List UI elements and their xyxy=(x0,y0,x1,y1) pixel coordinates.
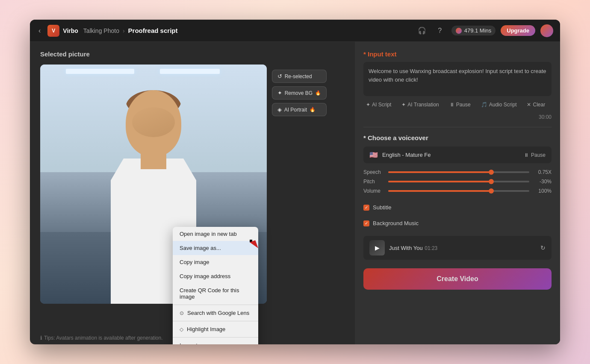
voiceover-asterisk: * xyxy=(363,134,366,141)
tips-icon: ℹ xyxy=(40,335,42,341)
fire-badge-1: 🔥 xyxy=(315,90,321,96)
volume-slider-row: Volume 100% xyxy=(363,188,552,194)
context-open-new-tab-label: Open image in new tab xyxy=(180,231,237,237)
ai-script-button[interactable]: ✦ AI Script xyxy=(363,100,394,109)
person-face-shadow xyxy=(132,107,175,137)
context-separator-3 xyxy=(173,337,258,338)
upgrade-button[interactable]: Upgrade xyxy=(501,25,535,36)
volume-slider-track[interactable] xyxy=(388,190,529,192)
voice-selector[interactable]: 🇺🇸 English - Mature Fe ⏸ Pause xyxy=(363,147,552,163)
context-copy-address-label: Copy image address xyxy=(180,273,230,279)
volume-value: 100% xyxy=(534,188,552,194)
ai-script-label: AI Script xyxy=(372,102,391,108)
bgmusic-checkbox[interactable]: ✓ xyxy=(363,220,369,226)
breadcrumb: Talking Photo › Proofread script xyxy=(83,27,178,34)
speech-slider-row: Speech 0.75X xyxy=(363,169,552,175)
context-highlight[interactable]: ◇ Highlight Image xyxy=(173,322,258,336)
play-icon: ▶ xyxy=(375,244,380,251)
remove-bg-icon: ✦ xyxy=(277,90,282,96)
subtitle-label: Subtitle xyxy=(373,204,391,211)
context-copy-address[interactable]: Copy image address xyxy=(173,269,258,283)
pause-label: Pause xyxy=(531,152,546,158)
avatar[interactable] xyxy=(540,24,553,37)
context-inspect-label: Inspect xyxy=(180,342,198,344)
input-label: * Input text xyxy=(363,50,552,58)
context-separator-2 xyxy=(173,321,258,321)
clear-button[interactable]: ✕ Clear xyxy=(524,100,548,109)
audio-script-label: Audio Script xyxy=(489,102,517,108)
volume-slider-thumb[interactable] xyxy=(489,188,494,194)
pitch-slider-fill xyxy=(388,181,491,182)
context-open-new-tab[interactable]: Open image in new tab xyxy=(173,227,258,241)
fire-badge-2: 🔥 xyxy=(310,107,316,112)
voiceover-section: * Choose a voiceover 🇺🇸 English - Mature… xyxy=(363,134,552,197)
logo-area: V Virbo xyxy=(47,25,78,37)
music-title: Just With You xyxy=(389,245,423,251)
music-duration: 01:23 xyxy=(425,245,437,251)
flag-icon: 🇺🇸 xyxy=(369,151,378,159)
pitch-label: Pitch xyxy=(363,179,384,185)
logo-text: Virbo xyxy=(63,27,78,34)
back-button[interactable]: ‹ xyxy=(37,25,42,36)
speech-slider-track[interactable] xyxy=(388,171,529,173)
input-label-text: Input text xyxy=(368,50,397,58)
ai-portrait-button[interactable]: ◈ AI Portrait 🔥 xyxy=(272,103,327,116)
ai-portrait-icon: ◈ xyxy=(277,106,282,113)
person-neck xyxy=(141,152,166,169)
create-video-button[interactable]: Create Video xyxy=(363,268,552,290)
pitch-slider-track[interactable] xyxy=(388,181,529,182)
input-text-content: Welcome to use Wanxing broadcast explosi… xyxy=(369,68,546,83)
context-copy-image[interactable]: Copy image xyxy=(173,255,258,269)
voiceover-label-text: Choose a voiceover xyxy=(368,134,428,141)
music-player: ▶ Just With You 01:23 ↻ xyxy=(363,236,552,260)
remove-bg-button[interactable]: ✦ Remove BG 🔥 xyxy=(272,86,327,100)
audio-script-icon: 🎵 xyxy=(481,102,487,108)
context-separator-1 xyxy=(173,305,258,305)
float-buttons: ↺ Re-selected ✦ Remove BG 🔥 ◈ AI Portrai… xyxy=(272,70,327,116)
right-panel: * Input text Welcome to use Wanxing broa… xyxy=(355,42,560,344)
subtitle-checkbox[interactable]: ✓ xyxy=(363,205,369,211)
ai-translation-button[interactable]: ✦ AI Translation xyxy=(399,100,441,109)
help-icon-btn[interactable]: ? xyxy=(434,24,446,37)
audio-script-button[interactable]: 🎵 Audio Script xyxy=(478,100,519,109)
toolbar: ✦ AI Script ✦ AI Translation ⏸ Pause 🎵 A… xyxy=(363,100,552,120)
cursor-arrow xyxy=(250,240,252,242)
logo-icon: V xyxy=(47,25,59,37)
clear-icon: ✕ xyxy=(527,102,531,108)
pause-toolbar-button[interactable]: ⏸ Pause xyxy=(447,100,473,109)
speech-slider-thumb[interactable] xyxy=(489,170,494,175)
header-actions: 🎧 ? 479.1 Mins Upgrade xyxy=(416,24,553,37)
ai-translation-icon: ✦ xyxy=(401,102,406,108)
ai-portrait-label: AI Portrait xyxy=(284,107,307,113)
pause-toolbar-icon: ⏸ xyxy=(449,102,454,108)
reselected-button[interactable]: ↺ Re-selected xyxy=(272,70,327,83)
minutes-icon xyxy=(456,28,462,34)
context-create-qr-label: Create QR Code for this image xyxy=(180,287,251,300)
context-inspect[interactable]: Inspect xyxy=(173,338,258,344)
context-save-image[interactable]: Save image as... xyxy=(173,241,258,255)
music-repeat-button[interactable]: ↻ xyxy=(540,244,546,251)
context-create-qr[interactable]: Create QR Code for this image xyxy=(173,283,258,304)
header: ‹ V Virbo Talking Photo › Proofread scri… xyxy=(30,20,560,42)
breadcrumb-current: Proofread script xyxy=(128,27,178,34)
volume-label: Volume xyxy=(363,188,384,194)
input-text-area[interactable]: Welcome to use Wanxing broadcast explosi… xyxy=(363,62,552,96)
input-label-asterisk: * xyxy=(363,50,366,58)
bgmusic-checkmark: ✓ xyxy=(365,221,368,226)
pitch-slider-thumb[interactable] xyxy=(489,179,494,184)
main-content: Selected picture xyxy=(30,42,560,344)
pause-icon: ⏸ xyxy=(524,152,529,158)
highlight-icon: ◇ xyxy=(180,326,183,332)
volume-slider-fill xyxy=(388,190,491,192)
subtitle-checkmark: ✓ xyxy=(365,205,368,210)
ai-translation-label: AI Translation xyxy=(407,102,439,108)
tips-text: Tips: Avatars animation is available aft… xyxy=(44,335,163,341)
headphone-icon-btn[interactable]: 🎧 xyxy=(416,24,428,37)
voiceover-label: * Choose a voiceover xyxy=(363,134,552,141)
voice-pause-button[interactable]: ⏸ Pause xyxy=(524,152,546,158)
ai-script-icon: ✦ xyxy=(366,102,370,108)
context-search-google[interactable]: ⊙ Search with Google Lens xyxy=(173,306,258,320)
pitch-value: -30% xyxy=(534,179,552,185)
google-lens-icon: ⊙ xyxy=(180,310,184,316)
reselected-icon: ↺ xyxy=(277,73,282,79)
